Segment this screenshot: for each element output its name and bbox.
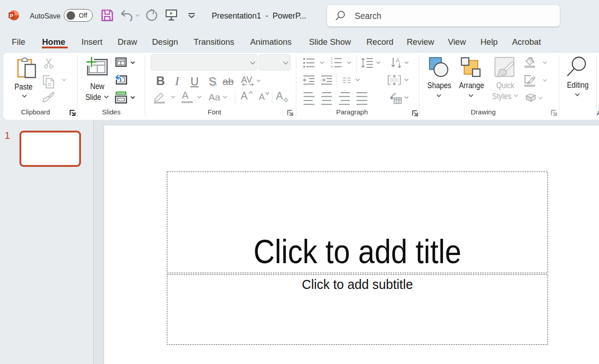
svg-text:1: 1: [331, 57, 333, 61]
svg-text:P: P: [10, 13, 14, 19]
svg-text:3: 3: [331, 65, 333, 68]
svg-text:2: 2: [331, 61, 333, 65]
svg-text:A: A: [396, 57, 400, 64]
